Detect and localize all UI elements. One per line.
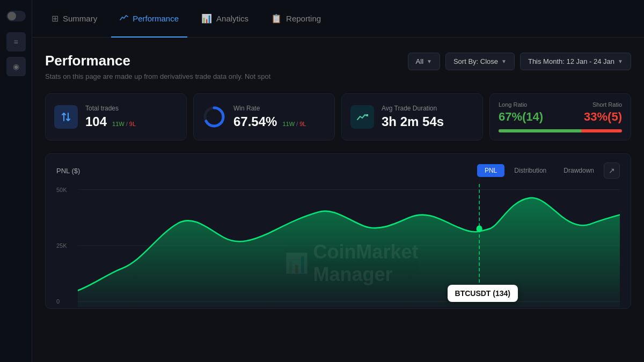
tab-performance-label: Performance (133, 14, 179, 23)
win-rate-label: Win Rate (233, 105, 306, 112)
y-label-0: 0 (56, 298, 78, 305)
sidebar-btn-2[interactable]: ◉ (6, 57, 26, 76)
perf-controls: All ▼ Sort By: Close ▼ This Month: 12 Ja… (408, 53, 631, 70)
tab-analytics[interactable]: 📊 Analytics (193, 1, 257, 38)
tab-reporting-label: Reporting (286, 14, 321, 23)
page-content: Performance Stats on this page are made … (32, 38, 644, 362)
win-rate-value: 67.54% (233, 114, 277, 129)
long-ratio-label: Long Ratio (499, 101, 543, 108)
page-title: Performance (45, 53, 270, 69)
perf-header: Performance Stats on this page are made … (45, 53, 631, 80)
short-ratio-value: 33%(5) (584, 110, 622, 124)
chart-header: PNL ($) PNL Distribution Drawdown ↗ (56, 162, 620, 179)
avg-duration-value: 3h 2m 54s (382, 114, 444, 129)
sidebar: ≡ ◉ (0, 0, 32, 362)
stat-ratio: Long Ratio 67%(14) Short Ratio 33%(5) (489, 93, 631, 141)
long-ratio-value: 67%(14) (499, 110, 543, 124)
chart-svg: 50K 25K 0 (56, 184, 620, 307)
chevron-down-icon: ▼ (618, 58, 623, 64)
stat-win-rate: Win Rate 67.54% 11W / 9L (193, 93, 335, 141)
avg-duration-label: Avg Trade Duration (382, 105, 444, 112)
chevron-down-icon: ▼ (427, 58, 432, 64)
main-content: ⊞ Summary Performance 📊 Analytics 📋 Repo… (32, 0, 644, 362)
reporting-icon: 📋 (271, 13, 282, 24)
chart-tab-distribution[interactable]: Distribution (507, 164, 554, 177)
stat-total-trades: Total trades 104 11W / 9L (45, 93, 187, 141)
chart-tooltip: BTCUSDT (134) (448, 285, 518, 302)
analytics-icon: 📊 (201, 13, 212, 24)
tab-summary[interactable]: ⊞ Summary (43, 1, 106, 38)
ratio-bar (499, 129, 622, 132)
win-rate-donut (202, 105, 226, 129)
y-label-50k: 50K (56, 187, 78, 193)
export-button[interactable]: ↗ (604, 162, 620, 179)
filter-all-dropdown[interactable]: All ▼ (408, 53, 440, 70)
sidebar-btn-1[interactable]: ≡ (6, 32, 26, 51)
total-trades-label: Total trades (85, 105, 136, 112)
performance-icon (120, 13, 128, 24)
ratio-bar-green (499, 129, 581, 132)
win-rate-sub: 11W / 9L (282, 121, 306, 127)
nav-tabs: ⊞ Summary Performance 📊 Analytics 📋 Repo… (32, 0, 644, 38)
y-label-25k: 25K (56, 242, 78, 249)
duration-icon (350, 105, 374, 129)
total-trades-value: 104 (85, 114, 107, 129)
short-ratio-label: Short Ratio (584, 101, 622, 108)
stat-avg-duration: Avg Trade Duration 3h 2m 54s (341, 93, 483, 141)
tab-performance[interactable]: Performance (111, 1, 187, 38)
perf-title-group: Performance Stats on this page are made … (45, 53, 270, 80)
stats-row: Total trades 104 11W / 9L (45, 93, 631, 141)
tab-analytics-label: Analytics (216, 14, 248, 23)
svg-point-6 (477, 225, 482, 232)
sort-by-dropdown[interactable]: Sort By: Close ▼ (445, 53, 515, 70)
chart-tabs: PNL Distribution Drawdown ↗ (477, 162, 620, 179)
trades-icon (54, 105, 78, 129)
summary-icon: ⊞ (52, 13, 58, 24)
chart-tab-drawdown[interactable]: Drawdown (556, 164, 602, 177)
tab-summary-label: Summary (63, 14, 97, 23)
export-icon: ↗ (609, 166, 615, 175)
sidebar-toggle[interactable] (6, 11, 26, 21)
chart-tab-pnl[interactable]: PNL (477, 164, 504, 177)
chevron-down-icon: ▼ (501, 58, 507, 64)
chart-area: PNL ($) PNL Distribution Drawdown ↗ 50K … (45, 153, 631, 309)
date-range-dropdown[interactable]: This Month: 12 Jan - 24 Jan ▼ (520, 53, 631, 70)
page-subtitle: Stats on this page are made up from deri… (45, 72, 270, 80)
tab-reporting[interactable]: 📋 Reporting (262, 1, 330, 38)
chart-title: PNL ($) (56, 167, 80, 175)
total-trades-sub: 11W / 9L (112, 121, 136, 127)
